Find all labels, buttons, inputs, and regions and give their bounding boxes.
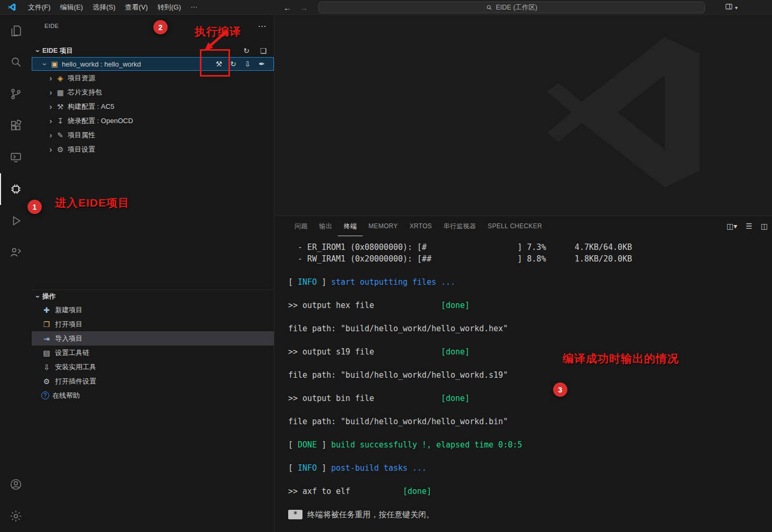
operation-item[interactable]: ⇥导入项目 xyxy=(32,331,274,346)
tree-item-label: 构建配置 : AC5 xyxy=(68,102,114,111)
history-navigation: ← → xyxy=(283,0,308,15)
command-center-search[interactable]: EIDE (工作区) xyxy=(318,2,705,13)
activity-account-icon[interactable] xyxy=(0,469,32,500)
terminal-output[interactable]: - ER_IROM1 (0x08000000): [# ] 7.3% 4.7KB… xyxy=(275,236,772,532)
chevron-expanded-icon: › xyxy=(41,60,50,68)
more-actions-icon[interactable]: ⋯ xyxy=(258,21,266,31)
activity-run-debug-icon[interactable] xyxy=(0,205,32,237)
activity-eide-chip-icon[interactable] xyxy=(0,173,32,205)
operation-label: 安装实用工具 xyxy=(55,362,96,372)
panel-tab-5[interactable]: 串行监视器 xyxy=(438,216,482,236)
terminal-line: * 终端将被任务重用，按任意键关闭。 xyxy=(288,509,772,520)
tree-item-project-root[interactable]: ›▣hello_workd : hello_workd⚒↻⇩✒ xyxy=(32,57,274,71)
annotation-highlight-rect xyxy=(200,49,230,77)
chevron-collapsed-icon: › xyxy=(47,73,55,82)
activity-settings-gear-icon[interactable] xyxy=(0,500,32,532)
terminal-line: file path: "build/hello_workd/hello_work… xyxy=(288,323,772,334)
nav-forward-icon[interactable]: → xyxy=(300,3,308,12)
menu-item[interactable]: 选择(S) xyxy=(88,3,120,12)
flash-icon[interactable]: ⇩ xyxy=(243,60,252,68)
tree-item[interactable]: ›⚙项目设置 xyxy=(32,142,274,156)
open-project-icon: ❐ xyxy=(41,320,52,329)
new-project-icon: ✚ xyxy=(41,306,52,314)
terminal-line xyxy=(288,334,772,346)
menu-bar: 文件(F)编辑(E)选择(S)查看(V)转到(G)··· xyxy=(23,3,202,12)
chevron-collapsed-icon: › xyxy=(47,102,55,111)
tree-item[interactable]: ›◈项目资源 xyxy=(32,71,274,85)
sidebar: EIDE ⋯ › EIDE 项目 ↻❏ ›▣hello_workd : hell… xyxy=(32,15,274,532)
tree-item-label: 项目资源 xyxy=(68,73,95,83)
operation-item[interactable]: ▤设置工具链 xyxy=(32,346,274,360)
panel-tab-3[interactable]: MEMORY xyxy=(363,216,404,236)
eide-project-section: › EIDE 项目 ↻❏ ›▣hello_workd : hello_workd… xyxy=(32,44,274,156)
panel-tab-6[interactable]: SPELL CHECKER xyxy=(482,216,548,236)
terminal-line xyxy=(288,451,772,462)
tree-item[interactable]: ›▦芯片支持包 xyxy=(32,85,274,99)
activity-remote-explorer-icon[interactable] xyxy=(0,142,32,173)
tree-item-label: 烧录配置 : OpenOCD xyxy=(68,116,133,126)
chevron-collapsed-icon: › xyxy=(47,145,55,154)
activity-source-control-icon[interactable] xyxy=(0,78,32,110)
panel-layout-icon[interactable]: ◫ xyxy=(761,222,768,230)
install-utility-icon: ⇩ xyxy=(41,363,52,371)
terminal-line xyxy=(288,358,772,369)
operation-label: 设置工具链 xyxy=(55,348,89,358)
clean-icon[interactable]: ✒ xyxy=(258,60,266,68)
plugin-settings-icon: ⚙ xyxy=(41,377,52,386)
panel-tab-bar: 问题输出终端MEMORYXRTOS串行监视器SPELL CHECKER ◫▾☰◫ xyxy=(275,216,772,236)
tree-item-label: hello_workd : hello_workd xyxy=(62,60,141,68)
search-icon xyxy=(9,55,23,69)
panel-tab-1[interactable]: 输出 xyxy=(314,216,338,236)
activity-live-share-icon[interactable] xyxy=(0,237,32,268)
flash-config-icon: ↧ xyxy=(55,117,66,125)
rebuild-icon[interactable]: ↻ xyxy=(229,60,237,68)
terminal-line: [ INFO ] start outputting files ... xyxy=(288,276,772,288)
tree-item[interactable]: ›✎项目属性 xyxy=(32,128,274,142)
terminal-line xyxy=(288,265,772,276)
refresh-icon[interactable]: ↻ xyxy=(241,46,252,55)
activity-search-icon[interactable] xyxy=(0,46,32,78)
resources-icon: ◈ xyxy=(55,74,66,82)
titlebar-right-actions: ▾ xyxy=(724,0,738,15)
panel-list-icon[interactable]: ☰ xyxy=(746,222,752,230)
operation-item[interactable]: ✚新建项目 xyxy=(32,303,274,317)
chip-pack-icon: ▦ xyxy=(55,88,66,97)
terminal-line: file path: "build/hello_workd/hello_work… xyxy=(288,369,772,381)
eide-project-section-header[interactable]: › EIDE 项目 ↻❏ xyxy=(32,44,274,57)
activity-extensions-icon[interactable] xyxy=(0,110,32,142)
terminal-line xyxy=(288,381,772,393)
panel-tabs: 问题输出终端MEMORYXRTOS串行监视器SPELL CHECKER xyxy=(289,216,548,236)
menu-item[interactable]: 转到(G) xyxy=(153,3,186,12)
menu-item[interactable]: ··· xyxy=(186,3,202,12)
chevron-collapsed-icon: › xyxy=(47,88,55,97)
operation-item[interactable]: ⇩安装实用工具 xyxy=(32,360,274,374)
operation-label: 在线帮助 xyxy=(52,391,80,400)
tree-item-label: 芯片支持包 xyxy=(68,88,102,97)
eide-project-tree: ›▣hello_workd : hello_workd⚒↻⇩✒›◈项目资源›▦芯… xyxy=(32,57,274,156)
panel-tab-0[interactable]: 问题 xyxy=(289,216,314,236)
menu-item[interactable]: 编辑(E) xyxy=(56,3,88,12)
section-label: 操作 xyxy=(42,292,56,301)
tree-item-label: 项目设置 xyxy=(68,145,95,154)
menu-item[interactable]: 文件(F) xyxy=(23,3,56,12)
layout-toggle-icon[interactable] xyxy=(724,2,733,13)
annotation-step-badge-3: 3 xyxy=(553,382,567,397)
operation-item[interactable]: ?在线帮助 xyxy=(32,388,274,403)
operation-item[interactable]: ⚙打开插件设置 xyxy=(32,374,274,388)
operations-section-header[interactable]: › 操作 xyxy=(32,290,274,303)
search-icon xyxy=(486,4,493,11)
tree-item[interactable]: ›↧烧录配置 : OpenOCD xyxy=(32,114,274,128)
operation-item[interactable]: ❐打开项目 xyxy=(32,317,274,331)
activity-files-icon[interactable] xyxy=(0,15,32,46)
panel-tab-2[interactable]: 终端 xyxy=(338,216,363,236)
workspace-icon[interactable]: ❏ xyxy=(258,46,269,55)
menu-item[interactable]: 查看(V) xyxy=(120,3,152,12)
tree-item[interactable]: ›⚒构建配置 : AC5 xyxy=(32,99,274,114)
terminal-line: - ER_IROM1 (0x08000000): [# ] 7.3% 4.7KB… xyxy=(288,241,772,253)
split-terminal-icon[interactable]: ◫▾ xyxy=(727,222,737,230)
nav-back-icon[interactable]: ← xyxy=(283,3,291,12)
activity-bar xyxy=(0,15,32,532)
bottom-panel: 问题输出终端MEMORYXRTOS串行监视器SPELL CHECKER ◫▾☰◫… xyxy=(275,216,772,532)
panel-tab-4[interactable]: XRTOS xyxy=(403,216,437,236)
operation-label: 新建项目 xyxy=(55,305,82,315)
